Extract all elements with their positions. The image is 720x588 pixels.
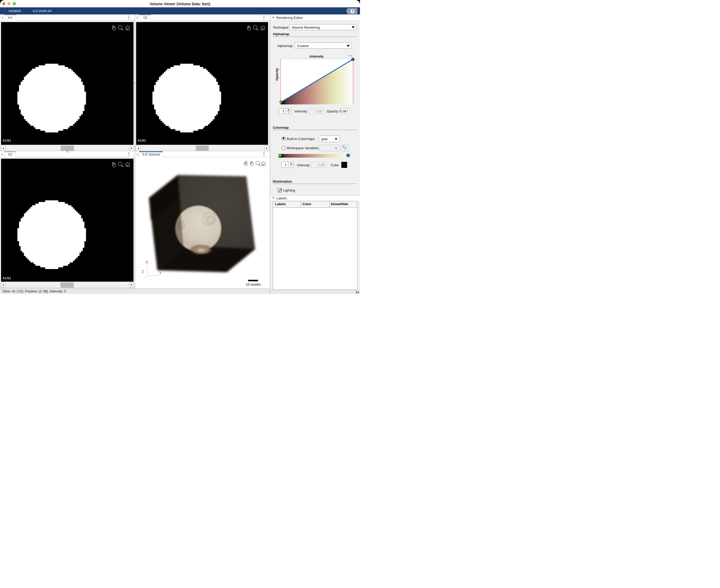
svg-text:Y: Y [159,271,162,275]
svg-text:Z: Z [142,270,144,274]
svg-text:10 voxels: 10 voxels [246,282,261,287]
svg-text:X: X [146,260,148,264]
